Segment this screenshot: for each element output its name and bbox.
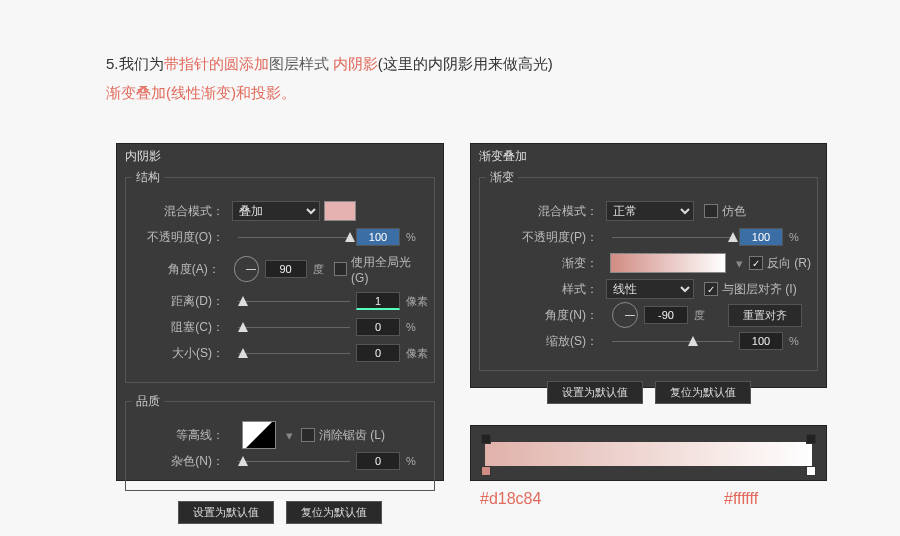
opacity-label: 不透明度(O)： [132, 229, 232, 246]
global-light-checkbox[interactable] [334, 262, 347, 276]
color-stop-left[interactable] [481, 466, 491, 476]
opacity-label: 不透明度(P)： [486, 229, 606, 246]
blend-mode-select[interactable]: 叠加 [232, 201, 320, 221]
distance-input[interactable]: 1 [356, 292, 400, 310]
gradient-overlay-panel: 渐变叠加 渐变 混合模式： 正常 仿色 不透明度(P)： 100 % 渐变： ▾… [470, 143, 827, 388]
align-label: 与图层对齐 (I) [722, 281, 797, 298]
size-input[interactable]: 0 [356, 344, 400, 362]
reverse-checkbox[interactable] [749, 256, 763, 270]
contour-label: 等高线： [132, 427, 232, 444]
reset-default-button[interactable]: 复位为默认值 [286, 501, 382, 524]
noise-slider[interactable] [238, 454, 350, 468]
contour-picker[interactable] [242, 421, 276, 449]
unit: % [783, 335, 811, 347]
set-default-button[interactable]: 设置为默认值 [178, 501, 274, 524]
structure-fieldset: 结构 混合模式： 叠加 不透明度(O)： 100 % 角度(A)： 90 度 使… [125, 169, 435, 383]
choke-input[interactable]: 0 [356, 318, 400, 336]
gradient-label: 渐变： [486, 255, 606, 272]
color-stop-right[interactable] [806, 466, 816, 476]
chevron-down-icon[interactable]: ▾ [286, 428, 293, 443]
opacity-input[interactable]: 100 [356, 228, 400, 246]
unit: 像素 [400, 346, 428, 361]
opacity-slider[interactable] [238, 230, 350, 244]
scale-label: 缩放(S)： [486, 333, 606, 350]
gradient-editor-preview[interactable] [470, 425, 827, 481]
angle-label: 角度(A)： [132, 261, 228, 278]
antialias-label: 消除锯齿 (L) [319, 427, 385, 444]
angle-input[interactable]: 90 [265, 260, 307, 278]
antialias-checkbox[interactable] [301, 428, 315, 442]
reverse-label: 反向 (R) [767, 255, 811, 272]
angle-dial[interactable] [234, 256, 259, 282]
blend-mode-label: 混合模式： [132, 203, 232, 220]
gradient-picker[interactable] [610, 253, 726, 273]
unit: % [400, 321, 428, 333]
distance-label: 距离(D)： [132, 293, 232, 310]
choke-label: 阻塞(C)： [132, 319, 232, 336]
t: 5.我们为 [106, 55, 164, 72]
instruction-text: 5.我们为带指针的圆添加图层样式 内阴影(这里的内阴影用来做高光) 渐变叠加(线… [0, 0, 900, 107]
t-hl: 渐变叠加(线性渐变)和投影 [106, 84, 281, 101]
unit: 像素 [400, 294, 428, 309]
legend-structure: 结构 [132, 169, 164, 186]
gradient-fieldset: 渐变 混合模式： 正常 仿色 不透明度(P)： 100 % 渐变： ▾ 反向 (… [479, 169, 818, 371]
blend-mode-select[interactable]: 正常 [606, 201, 694, 221]
chevron-down-icon[interactable]: ▾ [736, 256, 743, 271]
legend-gradient: 渐变 [486, 169, 518, 186]
size-label: 大小(S)： [132, 345, 232, 362]
set-default-button[interactable]: 设置为默认值 [547, 381, 643, 404]
unit: % [400, 455, 428, 467]
choke-slider[interactable] [238, 320, 350, 334]
t-hl: 带指针的圆添加 [164, 55, 269, 72]
global-light-label: 使用全局光 (G) [351, 254, 428, 285]
annotation-hex-right: #ffffff [724, 490, 758, 508]
reset-default-button[interactable]: 复位为默认值 [655, 381, 751, 404]
size-slider[interactable] [238, 346, 350, 360]
panel-title: 渐变叠加 [471, 144, 826, 169]
opacity-stop-right[interactable] [806, 434, 816, 444]
noise-label: 杂色(N)： [132, 453, 232, 470]
scale-slider[interactable] [612, 334, 733, 348]
inner-shadow-panel: 内阴影 结构 混合模式： 叠加 不透明度(O)： 100 % 角度(A)： 90… [116, 143, 444, 481]
t: (这里的内阴影用来做高光) [378, 55, 553, 72]
annotation-hex-left: #d18c84 [480, 490, 541, 508]
t-hl: 内阴影 [333, 55, 378, 72]
reset-align-button[interactable]: 重置对齐 [728, 304, 802, 327]
t: 图层样式 [269, 55, 333, 72]
panel-title: 内阴影 [117, 144, 443, 169]
dither-checkbox[interactable] [704, 204, 718, 218]
opacity-stop-left[interactable] [481, 434, 491, 444]
style-label: 样式： [486, 281, 606, 298]
style-select[interactable]: 线性 [606, 279, 694, 299]
angle-dial[interactable] [612, 302, 638, 328]
noise-input[interactable]: 0 [356, 452, 400, 470]
legend-quality: 品质 [132, 393, 164, 410]
opacity-input[interactable]: 100 [739, 228, 783, 246]
t: 。 [281, 84, 296, 101]
distance-slider[interactable] [238, 294, 350, 308]
unit: % [783, 231, 811, 243]
color-swatch[interactable] [324, 201, 356, 221]
unit: 度 [307, 262, 334, 277]
scale-input[interactable]: 100 [739, 332, 783, 350]
align-checkbox[interactable] [704, 282, 718, 296]
angle-label: 角度(N)： [486, 307, 606, 324]
unit: % [400, 231, 428, 243]
unit: 度 [688, 308, 716, 323]
opacity-slider[interactable] [612, 230, 733, 244]
gradient-track[interactable] [485, 442, 812, 466]
angle-input[interactable]: -90 [644, 306, 688, 324]
quality-fieldset: 品质 等高线： ▾ 消除锯齿 (L) 杂色(N)： 0 % [125, 393, 435, 491]
dither-label: 仿色 [722, 203, 746, 220]
blend-mode-label: 混合模式： [486, 203, 606, 220]
